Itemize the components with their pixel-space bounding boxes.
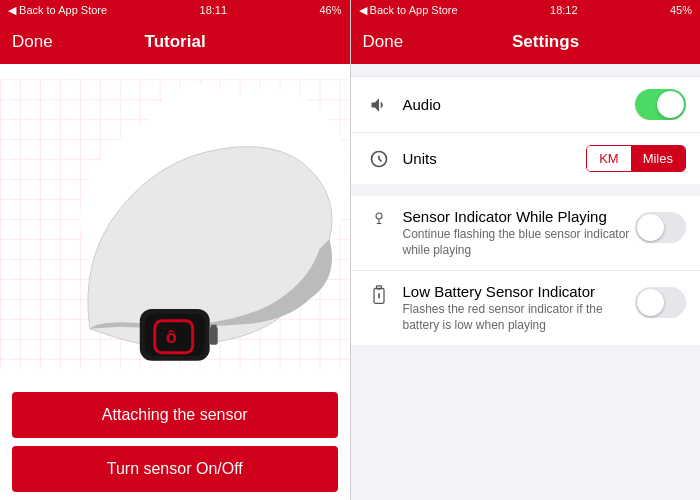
- right-nav-title: Settings: [512, 32, 579, 52]
- audio-icon: [365, 95, 393, 115]
- sensor-indicator-icon: [365, 208, 393, 228]
- left-panel: ◀ Back to App Store 18:11 46% Done Tutor…: [0, 0, 350, 500]
- miles-button[interactable]: Miles: [631, 146, 685, 171]
- units-segmented[interactable]: KM Miles: [586, 145, 686, 172]
- left-back-link[interactable]: ◀ Back to App Store: [8, 4, 107, 17]
- units-label: Units: [403, 150, 587, 167]
- sensor-indicator-toggle[interactable]: [635, 212, 686, 243]
- tutorial-illustration: ô: [0, 64, 350, 384]
- toggle-knob-2: [637, 214, 664, 241]
- settings-row-low-battery: Low Battery Sensor Indicator Flashes the…: [351, 271, 701, 345]
- sensor-indicator-toggle-control[interactable]: [635, 208, 686, 243]
- settings-row-units: Units KM Miles: [351, 133, 701, 184]
- right-battery: 45%: [670, 4, 692, 16]
- right-back-link[interactable]: ◀ Back to App Store: [359, 4, 458, 17]
- toggle-knob: [657, 91, 684, 118]
- left-done-button[interactable]: Done: [12, 32, 53, 52]
- audio-label: Audio: [403, 96, 636, 113]
- audio-toggle[interactable]: [635, 89, 686, 120]
- tutorial-buttons: Attaching the sensor Turn sensor On/Off: [0, 384, 350, 500]
- turn-sensor-button[interactable]: Turn sensor On/Off: [12, 446, 338, 492]
- left-status-bar: ◀ Back to App Store 18:11 46%: [0, 0, 350, 20]
- low-battery-label: Low Battery Sensor Indicator Flashes the…: [403, 283, 636, 333]
- units-icon: [365, 149, 393, 169]
- settings-row-audio: Audio: [351, 76, 701, 133]
- left-time: 18:11: [200, 4, 228, 16]
- settings-row-sensor-indicator: Sensor Indicator While Playing Continue …: [351, 196, 701, 271]
- low-battery-icon: [365, 283, 393, 305]
- left-nav-title: Tutorial: [145, 32, 206, 52]
- svg-point-11: [376, 213, 382, 219]
- settings-list: Audio Units KM Miles: [351, 64, 701, 500]
- attach-sensor-button[interactable]: Attaching the sensor: [12, 392, 338, 438]
- right-panel: ◀ Back to App Store 18:12 45% Done Setti…: [351, 0, 701, 500]
- svg-rect-9: [211, 325, 217, 328]
- low-battery-toggle[interactable]: [635, 287, 686, 318]
- units-segmented-control[interactable]: KM Miles: [586, 145, 686, 172]
- svg-rect-8: [210, 327, 218, 345]
- right-done-button[interactable]: Done: [363, 32, 404, 52]
- right-status-bar: ◀ Back to App Store 18:12 45%: [351, 0, 701, 20]
- sensor-indicator-label: Sensor Indicator While Playing Continue …: [403, 208, 636, 258]
- toggle-knob-3: [637, 289, 664, 316]
- audio-toggle-control[interactable]: [635, 89, 686, 120]
- right-time: 18:12: [550, 4, 578, 16]
- km-button[interactable]: KM: [587, 146, 631, 171]
- right-nav-bar: Done Settings: [351, 20, 701, 64]
- left-battery: 46%: [319, 4, 341, 16]
- left-nav-bar: Done Tutorial: [0, 20, 350, 64]
- svg-rect-15: [376, 286, 381, 289]
- low-battery-toggle-control[interactable]: [635, 283, 686, 318]
- svg-text:ô: ô: [166, 327, 177, 347]
